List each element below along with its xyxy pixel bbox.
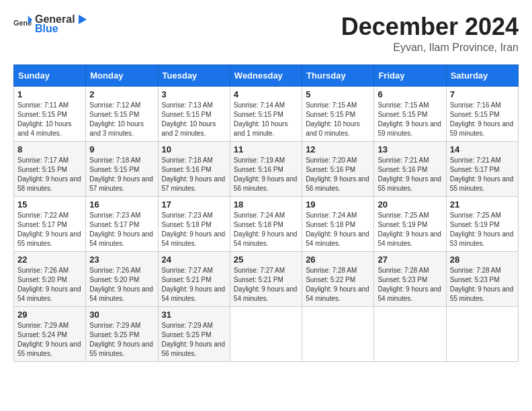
calendar-cell: 17Sunrise: 7:23 AMSunset: 5:18 PMDayligh… xyxy=(158,196,230,251)
day-info: Sunrise: 7:21 AMSunset: 5:16 PMDaylight:… xyxy=(378,156,442,193)
day-number: 5 xyxy=(306,89,370,99)
calendar-cell: 5Sunrise: 7:15 AMSunset: 5:15 PMDaylight… xyxy=(302,86,374,141)
weekday-header-row: SundayMondayTuesdayWednesdayThursdayFrid… xyxy=(14,64,519,86)
calendar-cell: 20Sunrise: 7:25 AMSunset: 5:19 PMDayligh… xyxy=(374,196,446,251)
calendar-cell: 15Sunrise: 7:22 AMSunset: 5:17 PMDayligh… xyxy=(14,196,86,251)
calendar-cell: 29Sunrise: 7:29 AMSunset: 5:24 PMDayligh… xyxy=(14,306,86,361)
day-info: Sunrise: 7:18 AMSunset: 5:15 PMDaylight:… xyxy=(89,156,154,193)
calendar-cell: 1Sunrise: 7:11 AMSunset: 5:15 PMDaylight… xyxy=(14,86,86,141)
week-row-3: 15Sunrise: 7:22 AMSunset: 5:17 PMDayligh… xyxy=(14,196,519,251)
calendar-cell: 14Sunrise: 7:21 AMSunset: 5:17 PMDayligh… xyxy=(446,141,518,196)
day-info: Sunrise: 7:25 AMSunset: 5:19 PMDaylight:… xyxy=(378,211,442,248)
svg-marker-2 xyxy=(79,15,87,24)
location-subtitle: Eyvan, Ilam Province, Iran xyxy=(341,42,519,54)
day-number: 7 xyxy=(450,89,515,99)
day-info: Sunrise: 7:15 AMSunset: 5:15 PMDaylight:… xyxy=(378,101,442,138)
day-info: Sunrise: 7:13 AMSunset: 5:15 PMDaylight:… xyxy=(162,101,226,138)
day-info: Sunrise: 7:14 AMSunset: 5:15 PMDaylight:… xyxy=(234,101,298,138)
calendar-cell: 21Sunrise: 7:25 AMSunset: 5:19 PMDayligh… xyxy=(446,196,518,251)
day-info: Sunrise: 7:27 AMSunset: 5:21 PMDaylight:… xyxy=(162,266,226,304)
day-info: Sunrise: 7:12 AMSunset: 5:15 PMDaylight:… xyxy=(89,101,154,138)
weekday-header-sunday: Sunday xyxy=(14,64,86,86)
day-info: Sunrise: 7:21 AMSunset: 5:17 PMDaylight:… xyxy=(450,156,515,193)
day-number: 9 xyxy=(89,144,154,154)
day-number: 12 xyxy=(306,144,370,154)
day-number: 30 xyxy=(89,310,154,320)
day-info: Sunrise: 7:29 AMSunset: 5:24 PMDaylight:… xyxy=(17,321,82,359)
title-section: December 2024 Eyvan, Ilam Province, Iran xyxy=(341,13,519,54)
calendar-cell xyxy=(302,306,374,361)
day-info: Sunrise: 7:24 AMSunset: 5:18 PMDaylight:… xyxy=(306,211,370,248)
calendar-cell: 9Sunrise: 7:18 AMSunset: 5:15 PMDaylight… xyxy=(86,141,158,196)
calendar-cell xyxy=(374,306,446,361)
day-number: 8 xyxy=(17,144,82,154)
week-row-5: 29Sunrise: 7:29 AMSunset: 5:24 PMDayligh… xyxy=(14,306,519,361)
month-title: December 2024 xyxy=(341,13,519,40)
day-number: 16 xyxy=(89,199,154,210)
calendar-cell: 12Sunrise: 7:20 AMSunset: 5:16 PMDayligh… xyxy=(302,141,374,196)
day-number: 31 xyxy=(162,310,226,320)
day-info: Sunrise: 7:29 AMSunset: 5:25 PMDaylight:… xyxy=(89,321,154,359)
day-number: 3 xyxy=(162,89,226,99)
calendar-cell: 3Sunrise: 7:13 AMSunset: 5:15 PMDaylight… xyxy=(158,86,230,141)
weekday-header-monday: Monday xyxy=(86,64,158,86)
day-number: 14 xyxy=(450,144,515,154)
calendar-cell: 22Sunrise: 7:26 AMSunset: 5:20 PMDayligh… xyxy=(14,251,86,306)
day-number: 27 xyxy=(378,255,442,265)
day-number: 22 xyxy=(17,255,82,265)
day-number: 10 xyxy=(162,144,226,154)
weekday-header-saturday: Saturday xyxy=(446,64,518,86)
calendar-cell: 23Sunrise: 7:26 AMSunset: 5:20 PMDayligh… xyxy=(86,251,158,306)
day-info: Sunrise: 7:23 AMSunset: 5:18 PMDaylight:… xyxy=(162,211,226,248)
day-info: Sunrise: 7:27 AMSunset: 5:21 PMDaylight:… xyxy=(234,266,298,304)
weekday-header-friday: Friday xyxy=(374,64,446,86)
day-info: Sunrise: 7:15 AMSunset: 5:15 PMDaylight:… xyxy=(306,101,370,138)
logo-arrow-icon xyxy=(76,13,88,26)
calendar-cell: 11Sunrise: 7:19 AMSunset: 5:16 PMDayligh… xyxy=(230,141,302,196)
weekday-header-thursday: Thursday xyxy=(302,64,374,86)
calendar-cell xyxy=(230,306,302,361)
calendar-cell: 13Sunrise: 7:21 AMSunset: 5:16 PMDayligh… xyxy=(374,141,446,196)
day-number: 28 xyxy=(450,255,515,265)
logo: General General Blue xyxy=(13,13,89,35)
day-info: Sunrise: 7:19 AMSunset: 5:16 PMDaylight:… xyxy=(234,156,298,193)
calendar-cell: 31Sunrise: 7:29 AMSunset: 5:25 PMDayligh… xyxy=(158,306,230,361)
day-number: 11 xyxy=(234,144,298,154)
week-row-1: 1Sunrise: 7:11 AMSunset: 5:15 PMDaylight… xyxy=(14,86,519,141)
calendar-cell: 19Sunrise: 7:24 AMSunset: 5:18 PMDayligh… xyxy=(302,196,374,251)
day-info: Sunrise: 7:11 AMSunset: 5:15 PMDaylight:… xyxy=(17,101,82,138)
day-number: 17 xyxy=(162,199,226,210)
day-number: 1 xyxy=(17,89,82,99)
week-row-4: 22Sunrise: 7:26 AMSunset: 5:20 PMDayligh… xyxy=(14,251,519,306)
day-info: Sunrise: 7:25 AMSunset: 5:19 PMDaylight:… xyxy=(450,211,515,248)
day-number: 29 xyxy=(17,310,82,320)
day-info: Sunrise: 7:28 AMSunset: 5:22 PMDaylight:… xyxy=(306,266,370,304)
calendar-cell: 18Sunrise: 7:24 AMSunset: 5:18 PMDayligh… xyxy=(230,196,302,251)
calendar-cell: 6Sunrise: 7:15 AMSunset: 5:15 PMDaylight… xyxy=(374,86,446,141)
day-info: Sunrise: 7:29 AMSunset: 5:25 PMDaylight:… xyxy=(162,321,226,359)
calendar-cell: 10Sunrise: 7:18 AMSunset: 5:16 PMDayligh… xyxy=(158,141,230,196)
day-number: 24 xyxy=(162,255,226,265)
calendar-cell: 16Sunrise: 7:23 AMSunset: 5:17 PMDayligh… xyxy=(86,196,158,251)
day-info: Sunrise: 7:26 AMSunset: 5:20 PMDaylight:… xyxy=(17,266,82,304)
logo-icon: General xyxy=(13,15,32,34)
day-info: Sunrise: 7:16 AMSunset: 5:15 PMDaylight:… xyxy=(450,101,515,138)
day-info: Sunrise: 7:28 AMSunset: 5:23 PMDaylight:… xyxy=(378,266,442,304)
calendar-cell: 4Sunrise: 7:14 AMSunset: 5:15 PMDaylight… xyxy=(230,86,302,141)
day-number: 26 xyxy=(306,255,370,265)
day-number: 25 xyxy=(234,255,298,265)
page-header: General General Blue December 2024 Eyvan… xyxy=(13,13,519,54)
day-info: Sunrise: 7:23 AMSunset: 5:17 PMDaylight:… xyxy=(89,211,154,248)
day-info: Sunrise: 7:17 AMSunset: 5:15 PMDaylight:… xyxy=(17,156,82,193)
day-number: 19 xyxy=(306,199,370,210)
day-number: 2 xyxy=(89,89,154,99)
calendar-cell: 2Sunrise: 7:12 AMSunset: 5:15 PMDaylight… xyxy=(86,86,158,141)
day-info: Sunrise: 7:28 AMSunset: 5:23 PMDaylight:… xyxy=(450,266,515,304)
day-number: 21 xyxy=(450,199,515,210)
day-number: 4 xyxy=(234,89,298,99)
day-number: 15 xyxy=(17,199,82,210)
calendar-cell xyxy=(446,306,518,361)
week-row-2: 8Sunrise: 7:17 AMSunset: 5:15 PMDaylight… xyxy=(14,141,519,196)
day-info: Sunrise: 7:18 AMSunset: 5:16 PMDaylight:… xyxy=(162,156,226,193)
calendar-cell: 24Sunrise: 7:27 AMSunset: 5:21 PMDayligh… xyxy=(158,251,230,306)
